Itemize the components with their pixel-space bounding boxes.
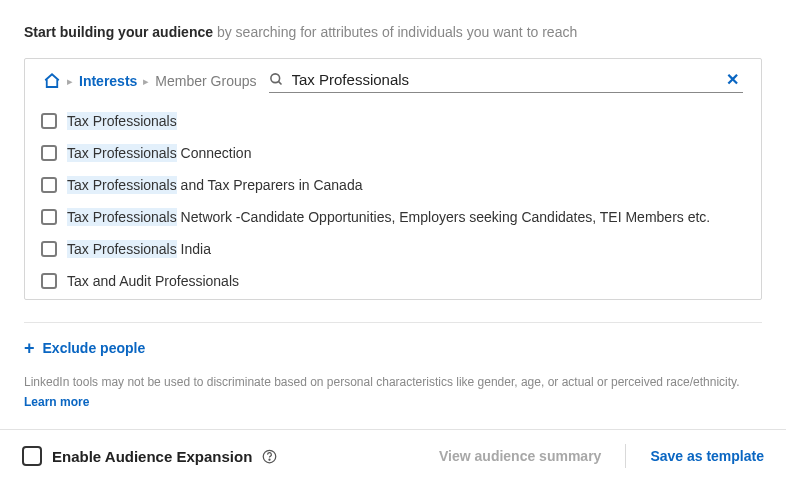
- result-row[interactable]: Tax and Audit Professionals: [31, 265, 761, 297]
- result-row[interactable]: Tax Professionals: [31, 105, 761, 137]
- result-row[interactable]: Tax Professionals India: [31, 233, 761, 265]
- search-icon: [269, 72, 284, 87]
- search-panel: ▸ Interests ▸ Member Groups ✕ Tax Profes…: [24, 58, 762, 300]
- plus-icon: +: [24, 339, 35, 357]
- separator: [625, 444, 626, 468]
- disclaimer: LinkedIn tools may not be used to discri…: [24, 373, 762, 411]
- save-template-button[interactable]: Save as template: [650, 448, 764, 464]
- heading: Start building your audience by searchin…: [24, 24, 762, 40]
- learn-more-link[interactable]: Learn more: [24, 393, 762, 411]
- result-label: Tax Professionals and Tax Preparers in C…: [67, 177, 362, 193]
- breadcrumb-level1[interactable]: Interests: [79, 73, 137, 89]
- exclude-label: Exclude people: [43, 340, 146, 356]
- footer-bar: Enable Audience Expansion View audience …: [0, 429, 786, 482]
- enable-expansion-checkbox[interactable]: [22, 446, 42, 466]
- view-summary-button: View audience summary: [439, 448, 601, 464]
- result-checkbox[interactable]: [41, 241, 57, 257]
- result-label: Tax Professionals Network -Candidate Opp…: [67, 209, 710, 225]
- help-icon[interactable]: [262, 449, 277, 464]
- result-checkbox[interactable]: [41, 273, 57, 289]
- result-row[interactable]: Tax Professionals and Tax Preparers in C…: [31, 169, 761, 201]
- heading-rest: by searching for attributes of individua…: [213, 24, 577, 40]
- svg-point-3: [269, 459, 270, 460]
- results-list[interactable]: Tax ProfessionalsTax Professionals Conne…: [25, 101, 761, 299]
- exclude-people-button[interactable]: + Exclude people: [24, 339, 762, 357]
- clear-icon[interactable]: ✕: [722, 72, 743, 88]
- svg-line-1: [278, 81, 281, 84]
- chevron-icon: ▸: [67, 75, 73, 88]
- divider: [24, 322, 762, 323]
- home-icon[interactable]: [43, 72, 61, 90]
- result-checkbox[interactable]: [41, 145, 57, 161]
- heading-bold: Start building your audience: [24, 24, 213, 40]
- enable-expansion-label: Enable Audience Expansion: [52, 448, 252, 465]
- chevron-icon: ▸: [143, 75, 149, 88]
- result-label: Tax Professionals: [67, 113, 177, 129]
- result-label: Tax Professionals Connection: [67, 145, 251, 161]
- result-checkbox[interactable]: [41, 177, 57, 193]
- result-label: Tax and Audit Professionals: [67, 273, 239, 289]
- disclaimer-text: LinkedIn tools may not be used to discri…: [24, 375, 740, 389]
- search-input[interactable]: [284, 69, 722, 90]
- result-label: Tax Professionals India: [67, 241, 211, 257]
- result-row[interactable]: Tax Professionals Connection: [31, 137, 761, 169]
- breadcrumb-level2[interactable]: Member Groups: [155, 73, 256, 89]
- search-group: ✕: [269, 69, 743, 93]
- result-checkbox[interactable]: [41, 113, 57, 129]
- svg-point-0: [270, 74, 279, 83]
- breadcrumb: ▸ Interests ▸ Member Groups ✕: [25, 59, 761, 101]
- result-row[interactable]: Tax Professionals Network -Candidate Opp…: [31, 201, 761, 233]
- result-checkbox[interactable]: [41, 209, 57, 225]
- results-wrap: Tax ProfessionalsTax Professionals Conne…: [25, 101, 761, 299]
